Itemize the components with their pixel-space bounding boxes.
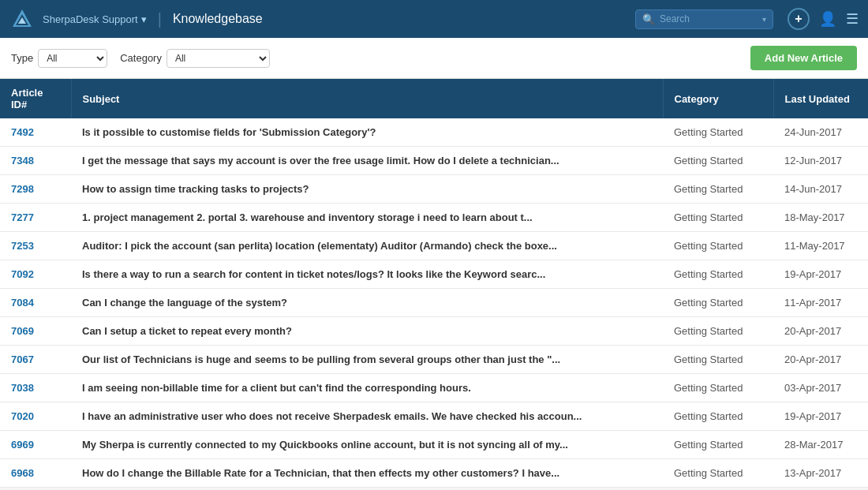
article-id-link[interactable]: 7277 bbox=[11, 211, 34, 223]
menu-icon-button[interactable]: ☰ bbox=[846, 10, 859, 28]
article-category-cell: Getting Started bbox=[663, 431, 773, 459]
article-id-link[interactable]: 7092 bbox=[11, 268, 34, 280]
table-row: 7067Our list of Technicians is huge and … bbox=[0, 346, 868, 374]
article-subject-cell: Auditor: I pick the account (san perlita… bbox=[71, 232, 663, 260]
table-row: 7253Auditor: I pick the account (san per… bbox=[0, 232, 868, 260]
article-category-cell: Getting Started bbox=[663, 346, 773, 374]
type-label: Type bbox=[11, 52, 33, 64]
col-header-last-updated: Last Updated bbox=[773, 79, 868, 118]
article-subject-cell: Can I setup a ticket to repeat every mon… bbox=[71, 317, 663, 346]
table-row: 7084Can I change the language of the sys… bbox=[0, 289, 868, 317]
article-id-link[interactable]: 7253 bbox=[11, 240, 34, 252]
article-subject-text: I get the message that says my account i… bbox=[82, 155, 559, 166]
table-row: 7020I have an administrative user who do… bbox=[0, 402, 868, 431]
article-date-cell: 11-May-2017 bbox=[773, 232, 868, 260]
article-category-cell: Getting Started bbox=[663, 374, 773, 402]
article-id-link[interactable]: 7298 bbox=[11, 183, 34, 195]
article-id-link[interactable]: 7348 bbox=[11, 155, 34, 166]
article-id-cell: 7020 bbox=[0, 402, 71, 431]
col-header-subject: Subject bbox=[71, 79, 663, 118]
type-select[interactable]: All Public Private bbox=[38, 49, 107, 68]
article-category-cell: Getting Started bbox=[663, 317, 773, 346]
app-header: SherpaDesk Support ▾ | Knowledgebase 🔍 ▾… bbox=[0, 0, 868, 38]
article-subject-cell: Is there a way to run a search for conte… bbox=[71, 260, 663, 289]
logo[interactable] bbox=[9, 6, 35, 32]
category-select[interactable]: All Getting Started Billing Technical bbox=[166, 49, 270, 68]
add-new-article-button[interactable]: Add New Article bbox=[750, 46, 857, 70]
article-category-cell: Getting Started bbox=[663, 402, 773, 431]
article-id-cell: 6969 bbox=[0, 431, 71, 459]
table-row: 7092Is there a way to run a search for c… bbox=[0, 260, 868, 289]
article-id-cell: 7298 bbox=[0, 175, 71, 204]
articles-table-container: Article ID# Subject Category Last Update… bbox=[0, 79, 868, 488]
article-date-cell: 19-Apr-2017 bbox=[773, 260, 868, 289]
article-subject-cell: I have an administrative user who does n… bbox=[71, 402, 663, 431]
article-subject-text: My Sherpa is currently connected to my Q… bbox=[82, 439, 568, 451]
table-row: 7038I am seeing non-billable time for a … bbox=[0, 374, 868, 402]
table-row: 7298How to assign time tracking tasks to… bbox=[0, 175, 868, 204]
article-id-link[interactable]: 7038 bbox=[11, 382, 34, 394]
article-id-link[interactable]: 7067 bbox=[11, 353, 34, 365]
user-icon-button[interactable]: 👤 bbox=[819, 10, 836, 28]
article-id-link[interactable]: 6969 bbox=[11, 439, 34, 451]
article-category-cell: Getting Started bbox=[663, 118, 773, 147]
search-icon: 🔍 bbox=[642, 13, 655, 25]
article-id-cell: 7348 bbox=[0, 147, 71, 175]
table-row: 72771. project management 2. portal 3. w… bbox=[0, 204, 868, 232]
article-date-cell: 12-Jun-2017 bbox=[773, 147, 868, 175]
article-subject-text: I have an administrative user who does n… bbox=[82, 410, 582, 422]
article-subject-text: Is it possible to customise fields for '… bbox=[82, 126, 376, 138]
article-subject-text: How to assign time tracking tasks to pro… bbox=[82, 183, 309, 195]
article-subject-cell: I am seeing non-billable time for a clie… bbox=[71, 374, 663, 402]
table-header-row: Article ID# Subject Category Last Update… bbox=[0, 79, 868, 118]
article-id-link[interactable]: 7020 bbox=[11, 410, 34, 422]
article-id-cell: 7069 bbox=[0, 317, 71, 346]
article-category-cell: Getting Started bbox=[663, 459, 773, 488]
article-id-cell: 7084 bbox=[0, 289, 71, 317]
article-subject-cell: How do I change the Billable Rate for a … bbox=[71, 459, 663, 488]
article-date-cell: 20-Apr-2017 bbox=[773, 317, 868, 346]
search-box[interactable]: 🔍 ▾ bbox=[635, 9, 773, 29]
table-row: 6969My Sherpa is currently connected to … bbox=[0, 431, 868, 459]
article-subject-text: Can I change the language of the system? bbox=[82, 297, 287, 309]
table-row: 7069Can I setup a ticket to repeat every… bbox=[0, 317, 868, 346]
search-dropdown-icon: ▾ bbox=[762, 15, 766, 24]
article-subject-text: Auditor: I pick the account (san perlita… bbox=[82, 240, 557, 252]
article-id-link[interactable]: 7084 bbox=[11, 297, 34, 309]
article-subject-text: Is there a way to run a search for conte… bbox=[82, 268, 545, 280]
article-date-cell: 18-May-2017 bbox=[773, 204, 868, 232]
table-row: 6968How do I change the Billable Rate fo… bbox=[0, 459, 868, 488]
article-id-cell: 7492 bbox=[0, 118, 71, 147]
article-id-cell: 7067 bbox=[0, 346, 71, 374]
article-category-cell: Getting Started bbox=[663, 175, 773, 204]
table-row: 7348I get the message that says my accou… bbox=[0, 147, 868, 175]
brand-label: SherpaDesk Support bbox=[43, 13, 138, 25]
article-id-link[interactable]: 7492 bbox=[11, 126, 34, 138]
col-header-id: Article ID# bbox=[0, 79, 71, 118]
brand-name[interactable]: SherpaDesk Support ▾ bbox=[43, 13, 147, 25]
article-id-link[interactable]: 7069 bbox=[11, 325, 34, 337]
article-subject-text: 1. project management 2. portal 3. wareh… bbox=[82, 211, 533, 223]
article-category-cell: Getting Started bbox=[663, 204, 773, 232]
article-id-cell: 7038 bbox=[0, 374, 71, 402]
header-actions: + 👤 ☰ bbox=[788, 8, 859, 30]
article-subject-cell: My Sherpa is currently connected to my Q… bbox=[71, 431, 663, 459]
article-category-cell: Getting Started bbox=[663, 260, 773, 289]
toolbar: Type All Public Private Category All Get… bbox=[0, 38, 868, 79]
article-id-link[interactable]: 6968 bbox=[11, 467, 34, 479]
article-date-cell: 19-Apr-2017 bbox=[773, 402, 868, 431]
article-category-cell: Getting Started bbox=[663, 147, 773, 175]
article-date-cell: 11-Apr-2017 bbox=[773, 289, 868, 317]
search-input[interactable] bbox=[660, 13, 758, 24]
table-body: 7492Is it possible to customise fields f… bbox=[0, 118, 868, 488]
article-subject-text: How do I change the Billable Rate for a … bbox=[82, 467, 559, 479]
page-title: Knowledgebase bbox=[173, 12, 263, 26]
article-date-cell: 14-Jun-2017 bbox=[773, 175, 868, 204]
col-header-category: Category bbox=[663, 79, 773, 118]
article-subject-cell: I get the message that says my account i… bbox=[71, 147, 663, 175]
article-subject-text: I am seeing non-billable time for a clie… bbox=[82, 382, 471, 394]
table-row: 7492Is it possible to customise fields f… bbox=[0, 118, 868, 147]
add-icon-button[interactable]: + bbox=[788, 8, 810, 30]
article-date-cell: 24-Jun-2017 bbox=[773, 118, 868, 147]
article-date-cell: 13-Apr-2017 bbox=[773, 459, 868, 488]
